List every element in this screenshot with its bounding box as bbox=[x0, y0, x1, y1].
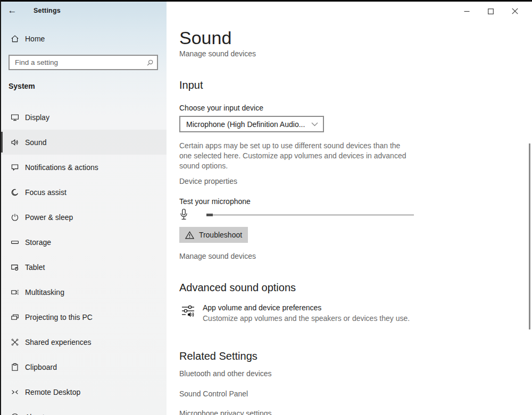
nav-label: Multitasking bbox=[25, 288, 64, 297]
sidebar-item-remote-desktop[interactable]: Remote Desktop bbox=[0, 379, 167, 404]
sidebar-item-about[interactable]: About bbox=[0, 404, 167, 415]
test-microphone-label: Test your microphone bbox=[179, 197, 251, 206]
app-volume-description: Customize app volumes and the speakers o… bbox=[203, 314, 410, 323]
input-device-note: Certain apps may be set up to use differ… bbox=[179, 141, 414, 171]
manage-sound-devices-link[interactable]: Manage sound devices bbox=[179, 252, 256, 260]
sidebar-item-display[interactable]: Display bbox=[0, 105, 167, 130]
nav-label: Remote Desktop bbox=[25, 388, 80, 396]
home-label: Home bbox=[25, 35, 45, 43]
app-volume-preferences-item[interactable]: App volume and device preferences Custom… bbox=[181, 303, 410, 323]
nav-label: Focus assist bbox=[25, 188, 66, 197]
mic-level-value bbox=[206, 214, 213, 216]
nav-label: Sound bbox=[25, 138, 46, 147]
page-title: Sound bbox=[179, 28, 231, 48]
sidebar-item-storage[interactable]: Storage bbox=[0, 230, 167, 255]
close-button[interactable] bbox=[503, 4, 527, 18]
sidebar-item-notifications[interactable]: Notifications & actions bbox=[0, 155, 167, 180]
advanced-sound-options-heading: Advanced sound options bbox=[179, 282, 296, 294]
sidebar-nav: Display Sound Notifications & actions Fo… bbox=[0, 105, 167, 415]
multitasking-icon bbox=[11, 288, 19, 297]
settings-sidebar: ← Settings Home System Display bbox=[0, 0, 167, 415]
tablet-icon bbox=[11, 263, 19, 272]
mic-level-track bbox=[206, 214, 414, 216]
sidebar-item-multitasking[interactable]: Multitasking bbox=[0, 280, 167, 304]
microphone-level-meter bbox=[179, 208, 408, 222]
chevron-down-icon bbox=[306, 122, 323, 126]
about-icon bbox=[11, 413, 19, 415]
sound-control-panel-link[interactable]: Sound Control Panel bbox=[179, 389, 248, 398]
focus-assist-icon bbox=[11, 188, 19, 197]
close-icon bbox=[512, 8, 518, 14]
window-controls bbox=[455, 4, 527, 18]
window-top-border bbox=[0, 0, 532, 2]
sidebar-item-power-sleep[interactable]: Power & sleep bbox=[0, 205, 167, 230]
troubleshoot-button[interactable]: Troubleshoot bbox=[179, 227, 248, 243]
power-icon bbox=[11, 213, 19, 222]
bluetooth-devices-link[interactable]: Bluetooth and other devices bbox=[179, 369, 272, 378]
microphone-privacy-link[interactable]: Microphone privacy settings bbox=[179, 409, 272, 415]
minimize-icon bbox=[464, 9, 470, 14]
sidebar-item-tablet[interactable]: Tablet bbox=[0, 255, 167, 280]
input-device-dropdown[interactable]: Microphone (High Definition Audio... bbox=[179, 116, 324, 132]
nav-label: Tablet bbox=[25, 263, 45, 272]
app-volume-mixer-icon bbox=[181, 303, 195, 319]
minimize-button[interactable] bbox=[455, 4, 479, 18]
storage-icon bbox=[11, 238, 19, 247]
sidebar-item-clipboard[interactable]: Clipboard bbox=[0, 354, 167, 379]
sidebar-item-focus-assist[interactable]: Focus assist bbox=[0, 180, 167, 205]
nav-label: Power & sleep bbox=[25, 213, 73, 222]
sidebar-header: ← Settings bbox=[0, 4, 167, 17]
manage-sound-devices-link-top[interactable]: Manage sound devices bbox=[179, 49, 256, 58]
nav-label: Display bbox=[25, 113, 49, 122]
sidebar-item-projecting[interactable]: Projecting to this PC bbox=[0, 304, 167, 329]
home-icon bbox=[11, 35, 19, 43]
microphone-icon bbox=[179, 208, 188, 222]
remote-desktop-icon bbox=[11, 388, 19, 396]
input-device-value: Microphone (High Definition Audio... bbox=[180, 120, 306, 129]
sound-icon bbox=[11, 138, 19, 147]
search-icon[interactable] bbox=[143, 59, 157, 66]
maximize-button[interactable] bbox=[479, 4, 503, 18]
maximize-icon bbox=[488, 9, 494, 14]
nav-label: About bbox=[25, 413, 45, 415]
window-left-border bbox=[0, 0, 1, 415]
nav-label: Notifications & actions bbox=[25, 163, 98, 172]
sidebar-section-system: System bbox=[9, 82, 35, 90]
sidebar-item-shared-experiences[interactable]: Shared experiences bbox=[0, 329, 167, 354]
app-volume-title: App volume and device preferences bbox=[203, 303, 410, 312]
back-button[interactable]: ← bbox=[0, 5, 24, 16]
shared-icon bbox=[11, 338, 19, 346]
settings-search-box[interactable] bbox=[9, 55, 158, 70]
nav-label: Projecting to this PC bbox=[25, 313, 93, 321]
display-icon bbox=[11, 113, 19, 122]
troubleshoot-label: Troubleshoot bbox=[199, 231, 242, 239]
app-title: Settings bbox=[34, 7, 61, 14]
sound-settings-page: Sound Manage sound devices Input Choose … bbox=[167, 2, 532, 415]
vertical-scrollbar-thumb[interactable] bbox=[529, 143, 530, 329]
sidebar-item-home[interactable]: Home bbox=[0, 30, 167, 47]
nav-label: Shared experiences bbox=[25, 338, 92, 346]
warning-icon bbox=[185, 231, 194, 239]
sidebar-item-sound[interactable]: Sound bbox=[0, 130, 167, 155]
projecting-icon bbox=[11, 313, 19, 321]
clipboard-icon bbox=[11, 363, 19, 371]
search-input[interactable] bbox=[10, 58, 143, 66]
notifications-icon bbox=[11, 163, 19, 172]
choose-input-device-label: Choose your input device bbox=[179, 104, 263, 112]
nav-label: Clipboard bbox=[25, 363, 57, 371]
device-properties-link[interactable]: Device properties bbox=[179, 177, 237, 185]
input-section-heading: Input bbox=[179, 79, 203, 91]
nav-label: Storage bbox=[25, 238, 51, 247]
related-settings-heading: Related Settings bbox=[179, 350, 257, 362]
